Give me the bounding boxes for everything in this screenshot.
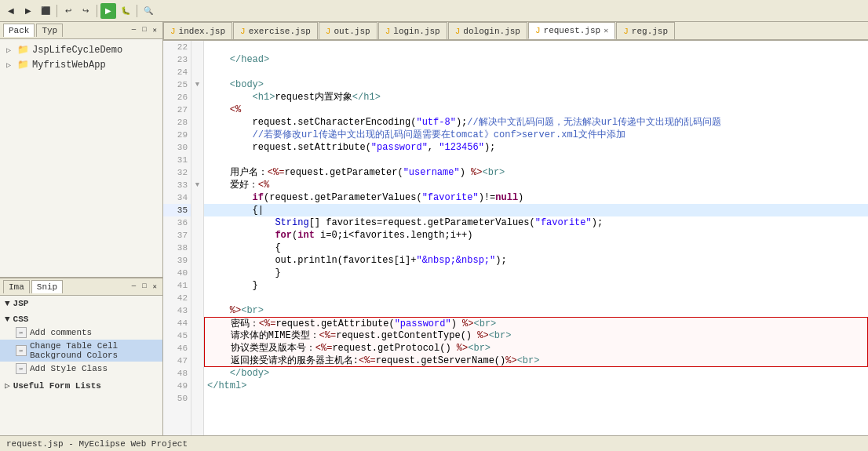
tab-label-7: reg.jsp xyxy=(632,27,668,36)
tab-snip[interactable]: Snip xyxy=(31,280,63,293)
fold-22 xyxy=(191,41,203,53)
fold-41 xyxy=(191,279,203,292)
code-line-42 xyxy=(204,292,868,304)
maximize-top-btn[interactable]: □ xyxy=(140,25,148,35)
tab-close-6[interactable]: ✕ xyxy=(604,26,608,35)
code-line-36: String[] favorites=request.getParameterV… xyxy=(204,216,868,229)
fold-26 xyxy=(191,91,203,104)
status-text: request.jsp - MyEclipse Web Project xyxy=(6,439,188,449)
snippet-item-add-comments-label: Add comments xyxy=(30,328,92,337)
ln-36: 36 xyxy=(163,216,191,229)
snippet-item-add-style[interactable]: ✂ Add Style Class xyxy=(0,362,162,376)
ln-34: 34 xyxy=(163,191,191,204)
toolbar-btn-search[interactable]: 🔍 xyxy=(140,3,156,19)
minimize-top-btn[interactable]: — xyxy=(129,25,138,35)
tab-request-jsp[interactable]: J request.jsp ✕ xyxy=(528,22,615,39)
folder-icon-2: 📁 xyxy=(17,59,29,71)
tab-ima[interactable]: Ima xyxy=(3,280,30,293)
code-line-32: 用户名：<%=request.getParameter("username") … xyxy=(204,166,868,179)
sidebar-bottom-header: Ima Snip — □ ✕ xyxy=(0,278,162,296)
tree-item-myfrist[interactable]: ▷ 📁 MyfristWebApp xyxy=(3,57,159,72)
tab-exercise-jsp[interactable]: J exercise.jsp xyxy=(233,22,318,39)
snippet-item-change-table[interactable]: ✂ Change Table Cell Background Colors xyxy=(0,340,162,362)
code-line-27: <% xyxy=(204,104,868,116)
tree-item-jsplifecycle[interactable]: ▷ 📁 JspLifeCycleDemo xyxy=(3,42,159,57)
fold-25[interactable]: ▼ xyxy=(191,78,203,91)
tab-typ[interactable]: Typ xyxy=(36,24,63,37)
tab-login-jsp[interactable]: J login.jsp xyxy=(378,22,447,39)
tree-expand-icon-1: ▷ xyxy=(6,45,14,55)
tab-ima-label: Ima xyxy=(9,282,24,292)
snippet-item-icon-1: ✂ xyxy=(16,327,27,338)
ln-24: 24 xyxy=(163,66,191,78)
snippet-section-css-expand: ▼ xyxy=(5,315,10,324)
code-line-37: for(int i=0;i<favorites.length;i++) xyxy=(204,229,868,242)
tab-pack[interactable]: Pack xyxy=(3,24,35,37)
sidebar-tree: ▷ 📁 JspLifeCycleDemo ▷ 📁 MyfristWebApp xyxy=(0,39,162,277)
tab-icon-5: J xyxy=(455,27,461,36)
tab-dologin-jsp[interactable]: J dologin.jsp xyxy=(448,22,527,39)
toolbar-btn-1[interactable]: ◀ xyxy=(3,3,19,19)
maximize-bottom-btn[interactable]: □ xyxy=(140,282,148,292)
tab-label-3: out.jsp xyxy=(334,27,370,36)
toolbar-btn-debug[interactable]: 🐛 xyxy=(118,3,133,19)
code-line-30: request.setAttribute("password", "123456… xyxy=(204,141,868,154)
ln-28: 28 xyxy=(163,116,191,129)
close-top-btn[interactable]: ✕ xyxy=(151,25,159,35)
snippet-section-form: ▷ Useful Form Lists xyxy=(0,377,162,394)
sidebar-top-actions: — □ ✕ xyxy=(129,25,159,35)
sidebar: Pack Typ — □ ✕ ▷ 📁 JspLifeCycle xyxy=(0,22,163,435)
line-numbers: 22 23 24 25 26 27 28 29 30 31 32 33 34 3… xyxy=(163,41,191,435)
toolbar-btn-5[interactable]: ↪ xyxy=(78,3,93,19)
ln-40: 40 xyxy=(163,267,191,279)
snippet-section-jsp-header[interactable]: ▼ JSP xyxy=(0,297,162,310)
ln-44: 44 xyxy=(163,317,191,329)
ln-42: 42 xyxy=(163,292,191,304)
tab-out-jsp[interactable]: J out.jsp xyxy=(319,22,377,39)
code-line-40: } xyxy=(204,267,868,279)
fold-24 xyxy=(191,66,203,78)
fold-48 xyxy=(191,367,203,380)
snippet-section-css: ▼ CSS ✂ Add comments ✂ Change Table Cell… xyxy=(0,311,162,377)
code-line-28: request.setCharacterEncoding("utf-8");//… xyxy=(204,116,868,129)
close-bottom-btn[interactable]: ✕ xyxy=(151,282,159,292)
toolbar-btn-2[interactable]: ▶ xyxy=(20,3,36,19)
fold-35 xyxy=(191,204,203,216)
fold-34 xyxy=(191,191,203,204)
tab-snip-label: Snip xyxy=(37,282,57,292)
tab-icon-3: J xyxy=(326,27,331,36)
snippet-item-add-comments[interactable]: ✂ Add comments xyxy=(0,326,162,340)
code-editor[interactable]: 22 23 24 25 26 27 28 29 30 31 32 33 34 3… xyxy=(163,41,868,435)
fold-33[interactable]: ▼ xyxy=(191,179,203,191)
code-line-33: 爱好：<% xyxy=(204,179,868,191)
snippets-content: ▼ JSP ▼ CSS ✂ Add comments xyxy=(0,296,162,435)
main-toolbar: ◀ ▶ ⬛ ↩ ↪ ▶ 🐛 🔍 xyxy=(0,0,868,22)
code-line-50 xyxy=(204,392,868,405)
ln-33: 33 xyxy=(163,179,191,191)
snippet-section-css-header[interactable]: ▼ CSS xyxy=(0,313,162,326)
code-line-48: </body> xyxy=(204,367,868,380)
ln-48: 48 xyxy=(163,367,191,380)
code-line-26: <h1>request内置对象</h1> xyxy=(204,91,868,104)
fold-23 xyxy=(191,53,203,66)
code-line-22 xyxy=(204,41,868,53)
tab-label-5: dologin.jsp xyxy=(463,27,520,36)
code-line-23: </head> xyxy=(204,53,868,66)
code-line-47: 返回接受请求的服务器主机名:<%=request.getServerName()… xyxy=(204,355,868,367)
toolbar-btn-4[interactable]: ↩ xyxy=(60,3,76,19)
toolbar-btn-3[interactable]: ⬛ xyxy=(38,3,53,19)
code-content[interactable]: </head> <body> <h1>request内置对象</h1> <% r… xyxy=(204,41,868,435)
ln-37: 37 xyxy=(163,229,191,242)
fold-39 xyxy=(191,254,203,267)
snippet-section-jsp-label: JSP xyxy=(13,299,29,308)
minimize-bottom-btn[interactable]: — xyxy=(129,282,138,292)
snippet-item-icon-3: ✂ xyxy=(16,363,27,374)
tab-index-jsp[interactable]: J index.jsp xyxy=(163,22,232,39)
tab-reg-jsp[interactable]: J reg.jsp xyxy=(616,22,675,39)
tab-icon-7: J xyxy=(623,27,629,36)
snippet-section-jsp: ▼ JSP xyxy=(0,296,162,311)
snippet-section-form-header[interactable]: ▷ Useful Form Lists xyxy=(0,379,162,392)
toolbar-btn-run[interactable]: ▶ xyxy=(100,3,116,19)
tab-label-6: request.jsp xyxy=(544,26,601,35)
fold-44 xyxy=(191,317,203,329)
